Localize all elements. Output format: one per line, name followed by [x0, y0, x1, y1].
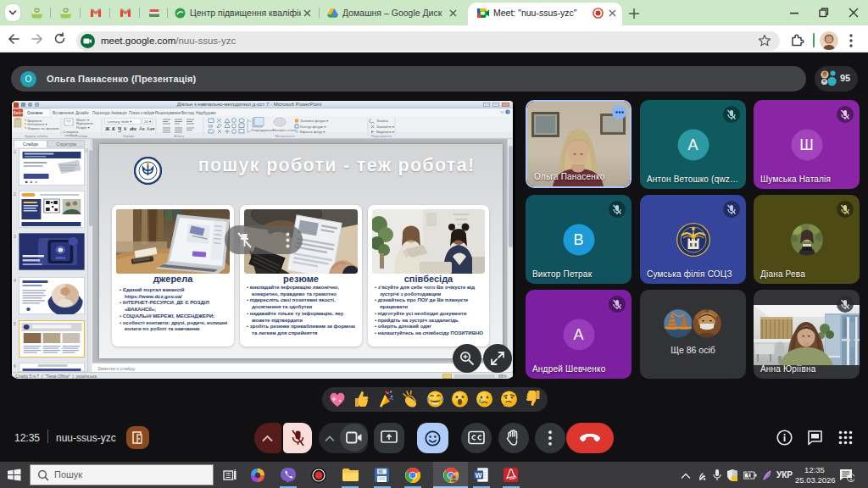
svg-text:Анімація: Анімація: [111, 111, 127, 115]
svg-text:Ефекти фігур ▾: Ефекти фігур ▾: [300, 130, 326, 134]
svg-text:Слайди: Слайди: [75, 134, 89, 138]
svg-text:Експрес-стилі: Експрес-стилі: [273, 128, 296, 132]
svg-text:Шрифт: Шрифт: [123, 134, 135, 138]
svg-text:Знайти: Знайти: [376, 119, 388, 123]
svg-text:Вигляд: Вигляд: [181, 111, 194, 115]
svg-text:Розділ ▾: Розділ ▾: [76, 125, 91, 130]
svg-text:Формат за зразком: Формат за зразком: [28, 126, 59, 130]
svg-text:Надбудови: Надбудови: [196, 111, 216, 115]
svg-text:Основне: Основне: [27, 111, 43, 115]
svg-text:1: 1: [849, 475, 853, 481]
svg-text:Дизайн: Дизайн: [75, 110, 89, 115]
svg-text:К: К: [111, 126, 115, 131]
svg-text:Ж: Ж: [105, 126, 110, 131]
svg-text:abc: abc: [130, 126, 137, 131]
svg-text:20 ▾: 20 ▾: [144, 119, 152, 124]
svg-text:W: W: [475, 471, 482, 480]
svg-text:Аа▾: Аа▾: [147, 126, 155, 131]
svg-text:Файл: Файл: [13, 110, 23, 115]
svg-text:Упорядкувати: Упорядкувати: [251, 128, 274, 132]
svg-text:Буфер обміну: Буфер обміну: [25, 134, 49, 138]
svg-text:Редагування: Редагування: [371, 134, 392, 138]
svg-text:S: S: [124, 126, 126, 131]
svg-text:Заливка фігури ▾: Заливка фігури ▾: [300, 119, 329, 123]
svg-text:Абзац: Абзац: [174, 134, 184, 138]
svg-text:Показ слайдів: Показ слайдів: [129, 110, 155, 115]
svg-text:Замінити ▾: Замінити ▾: [376, 125, 395, 129]
svg-text:Рецензування: Рецензування: [155, 111, 181, 115]
svg-text:Переходи: Переходи: [92, 111, 110, 115]
svg-text:Вставлення: Вставлення: [53, 111, 75, 115]
svg-text:Ч: Ч: [118, 126, 121, 131]
svg-text:Малювання: Малювання: [275, 134, 295, 138]
svg-text:Century Goth ▾: Century Goth ▾: [107, 119, 132, 124]
svg-text:А́в: А́в: [139, 126, 145, 131]
svg-text:Контур фігури ▾: Контур фігури ▾: [300, 125, 326, 129]
